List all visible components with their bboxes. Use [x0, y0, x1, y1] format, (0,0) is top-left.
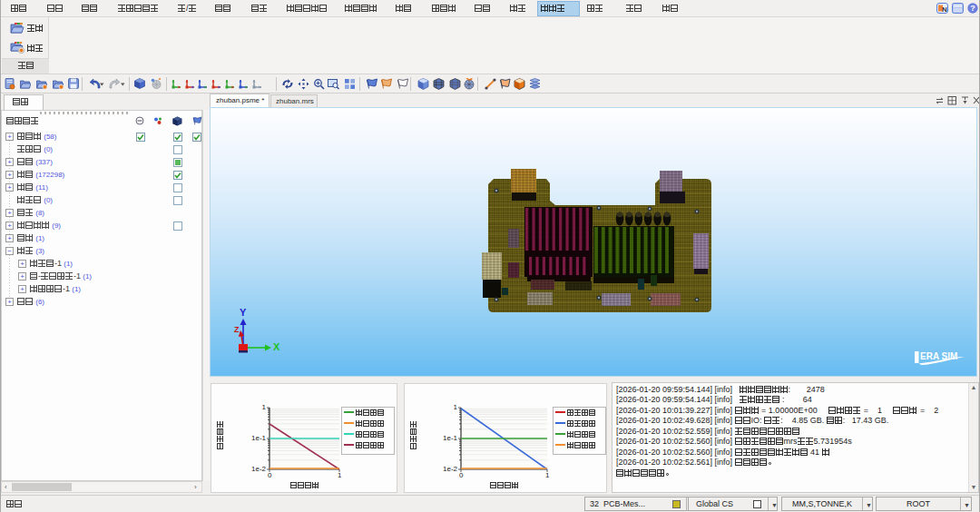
svg-text:Y: Y: [240, 307, 247, 318]
svg-text:Z: Z: [234, 325, 240, 334]
svg-text:N: N: [942, 5, 947, 14]
svg-text:X: X: [273, 341, 280, 352]
svg-text:ERA SIM: ERA SIM: [920, 351, 957, 361]
svg-text:?: ?: [970, 4, 975, 13]
